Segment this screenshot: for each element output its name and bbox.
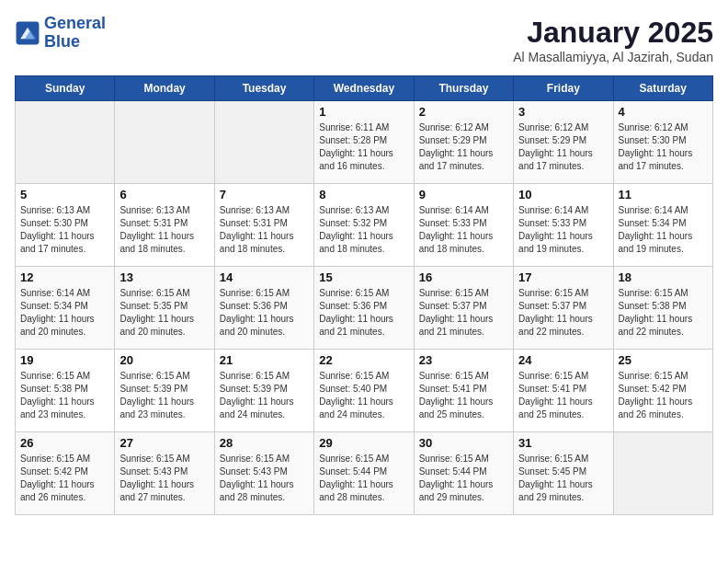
day-number: 10 [518, 188, 608, 201]
weekday-header-tuesday: Tuesday [214, 76, 313, 101]
calendar-cell: 3Sunrise: 6:12 AM Sunset: 5:29 PM Daylig… [514, 101, 613, 184]
weekday-header-friday: Friday [514, 76, 613, 101]
day-info: Sunrise: 6:14 AM Sunset: 5:34 PM Dayligh… [619, 204, 708, 256]
calendar-cell: 8Sunrise: 6:13 AM Sunset: 5:32 PM Daylig… [314, 184, 414, 267]
calendar-cell: 19Sunrise: 6:15 AM Sunset: 5:38 PM Dayli… [16, 350, 115, 432]
day-number: 3 [518, 105, 608, 119]
calendar-cell: 30Sunrise: 6:15 AM Sunset: 5:44 PM Dayli… [414, 432, 513, 515]
day-number: 26 [20, 436, 109, 450]
calendar-cell: 6Sunrise: 6:13 AM Sunset: 5:31 PM Daylig… [115, 184, 214, 267]
weekday-header-thursday: Thursday [414, 76, 513, 101]
day-info: Sunrise: 6:14 AM Sunset: 5:33 PM Dayligh… [419, 204, 508, 256]
day-number: 20 [119, 353, 209, 367]
calendar-cell: 23Sunrise: 6:15 AM Sunset: 5:41 PM Dayli… [414, 350, 513, 432]
calendar-cell: 11Sunrise: 6:14 AM Sunset: 5:34 PM Dayli… [613, 184, 712, 267]
day-info: Sunrise: 6:14 AM Sunset: 5:34 PM Dayligh… [20, 287, 109, 339]
day-info: Sunrise: 6:15 AM Sunset: 5:36 PM Dayligh… [319, 287, 408, 339]
day-number: 12 [20, 270, 109, 284]
day-info: Sunrise: 6:15 AM Sunset: 5:38 PM Dayligh… [20, 370, 109, 421]
day-info: Sunrise: 6:15 AM Sunset: 5:39 PM Dayligh… [119, 370, 209, 421]
week-row-1: 1Sunrise: 6:11 AM Sunset: 5:28 PM Daylig… [16, 101, 713, 184]
calendar-cell: 22Sunrise: 6:15 AM Sunset: 5:40 PM Dayli… [314, 350, 414, 432]
calendar-cell: 16Sunrise: 6:15 AM Sunset: 5:37 PM Dayli… [414, 267, 513, 350]
day-number: 9 [419, 188, 508, 201]
calendar-cell: 9Sunrise: 6:14 AM Sunset: 5:33 PM Daylig… [414, 184, 513, 267]
day-number: 16 [419, 270, 508, 284]
calendar-cell: 7Sunrise: 6:13 AM Sunset: 5:31 PM Daylig… [214, 184, 313, 267]
day-info: Sunrise: 6:15 AM Sunset: 5:44 PM Dayligh… [319, 453, 408, 504]
day-info: Sunrise: 6:15 AM Sunset: 5:41 PM Dayligh… [518, 370, 608, 421]
day-number: 2 [419, 105, 508, 119]
calendar-cell: 13Sunrise: 6:15 AM Sunset: 5:35 PM Dayli… [115, 267, 214, 350]
day-number: 30 [419, 436, 508, 450]
day-info: Sunrise: 6:13 AM Sunset: 5:31 PM Dayligh… [220, 204, 309, 256]
calendar-cell: 1Sunrise: 6:11 AM Sunset: 5:28 PM Daylig… [314, 101, 414, 184]
calendar-title: January 2025 [513, 15, 713, 50]
day-info: Sunrise: 6:15 AM Sunset: 5:36 PM Dayligh… [220, 287, 309, 339]
calendar-cell: 4Sunrise: 6:12 AM Sunset: 5:30 PM Daylig… [613, 101, 712, 184]
day-info: Sunrise: 6:15 AM Sunset: 5:35 PM Dayligh… [119, 287, 209, 339]
weekday-header-monday: Monday [115, 76, 214, 101]
day-number: 22 [319, 353, 408, 367]
day-number: 31 [518, 436, 608, 450]
day-info: Sunrise: 6:12 AM Sunset: 5:30 PM Dayligh… [619, 121, 708, 173]
logo-icon [15, 20, 40, 46]
day-number: 1 [319, 105, 408, 119]
weekday-header-sunday: Sunday [16, 76, 115, 101]
calendar-body: 1Sunrise: 6:11 AM Sunset: 5:28 PM Daylig… [16, 101, 713, 515]
logo: General Blue [15, 15, 106, 52]
day-number: 19 [20, 353, 109, 367]
day-number: 14 [220, 270, 309, 284]
day-number: 11 [619, 188, 708, 201]
day-info: Sunrise: 6:12 AM Sunset: 5:29 PM Dayligh… [518, 121, 608, 173]
day-info: Sunrise: 6:15 AM Sunset: 5:42 PM Dayligh… [20, 453, 109, 504]
calendar-cell: 24Sunrise: 6:15 AM Sunset: 5:41 PM Dayli… [514, 350, 613, 432]
day-number: 29 [319, 436, 408, 450]
calendar-cell: 31Sunrise: 6:15 AM Sunset: 5:45 PM Dayli… [514, 432, 613, 515]
calendar-cell: 17Sunrise: 6:15 AM Sunset: 5:37 PM Dayli… [514, 267, 613, 350]
calendar-cell: 12Sunrise: 6:14 AM Sunset: 5:34 PM Dayli… [16, 267, 115, 350]
day-number: 21 [220, 353, 309, 367]
day-number: 5 [20, 188, 109, 201]
day-number: 17 [518, 270, 608, 284]
day-number: 4 [619, 105, 708, 119]
calendar-cell: 10Sunrise: 6:14 AM Sunset: 5:33 PM Dayli… [514, 184, 613, 267]
week-row-5: 26Sunrise: 6:15 AM Sunset: 5:42 PM Dayli… [16, 432, 713, 515]
day-number: 8 [319, 188, 408, 201]
calendar-subtitle: Al Masallamiyya, Al Jazirah, Sudan [513, 50, 713, 64]
calendar-cell [115, 101, 214, 184]
week-row-3: 12Sunrise: 6:14 AM Sunset: 5:34 PM Dayli… [16, 267, 713, 350]
day-number: 24 [518, 353, 608, 367]
calendar-table: SundayMondayTuesdayWednesdayThursdayFrid… [15, 75, 713, 515]
day-info: Sunrise: 6:15 AM Sunset: 5:43 PM Dayligh… [119, 453, 209, 504]
calendar-cell [613, 432, 712, 515]
day-number: 23 [419, 353, 508, 367]
weekday-row: SundayMondayTuesdayWednesdayThursdayFrid… [16, 76, 713, 101]
calendar-cell: 5Sunrise: 6:13 AM Sunset: 5:30 PM Daylig… [16, 184, 115, 267]
calendar-cell: 15Sunrise: 6:15 AM Sunset: 5:36 PM Dayli… [314, 267, 414, 350]
calendar-cell: 20Sunrise: 6:15 AM Sunset: 5:39 PM Dayli… [115, 350, 214, 432]
calendar-cell: 27Sunrise: 6:15 AM Sunset: 5:43 PM Dayli… [115, 432, 214, 515]
calendar-cell: 14Sunrise: 6:15 AM Sunset: 5:36 PM Dayli… [214, 267, 313, 350]
calendar-cell: 28Sunrise: 6:15 AM Sunset: 5:43 PM Dayli… [214, 432, 313, 515]
day-info: Sunrise: 6:12 AM Sunset: 5:29 PM Dayligh… [419, 121, 508, 173]
day-number: 28 [220, 436, 309, 450]
day-info: Sunrise: 6:15 AM Sunset: 5:37 PM Dayligh… [419, 287, 508, 339]
day-info: Sunrise: 6:15 AM Sunset: 5:41 PM Dayligh… [419, 370, 508, 421]
calendar-cell [16, 101, 115, 184]
day-info: Sunrise: 6:13 AM Sunset: 5:32 PM Dayligh… [319, 204, 408, 256]
title-block: January 2025 Al Masallamiyya, Al Jazirah… [513, 15, 713, 64]
day-info: Sunrise: 6:13 AM Sunset: 5:31 PM Dayligh… [119, 204, 209, 256]
calendar-cell: 21Sunrise: 6:15 AM Sunset: 5:39 PM Dayli… [214, 350, 313, 432]
day-info: Sunrise: 6:15 AM Sunset: 5:44 PM Dayligh… [419, 453, 508, 504]
day-number: 27 [119, 436, 209, 450]
day-number: 13 [119, 270, 209, 284]
day-info: Sunrise: 6:14 AM Sunset: 5:33 PM Dayligh… [518, 204, 608, 256]
logo-text: General Blue [44, 15, 106, 52]
week-row-2: 5Sunrise: 6:13 AM Sunset: 5:30 PM Daylig… [16, 184, 713, 267]
calendar-cell: 18Sunrise: 6:15 AM Sunset: 5:38 PM Dayli… [613, 267, 712, 350]
week-row-4: 19Sunrise: 6:15 AM Sunset: 5:38 PM Dayli… [16, 350, 713, 432]
day-info: Sunrise: 6:11 AM Sunset: 5:28 PM Dayligh… [319, 121, 408, 173]
calendar-cell: 2Sunrise: 6:12 AM Sunset: 5:29 PM Daylig… [414, 101, 513, 184]
weekday-header-saturday: Saturday [613, 76, 712, 101]
